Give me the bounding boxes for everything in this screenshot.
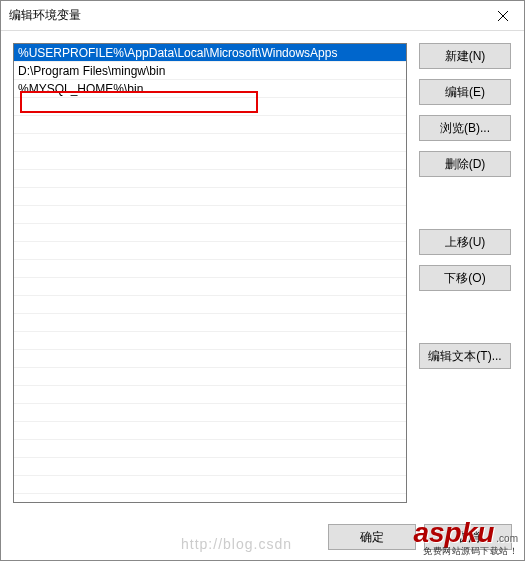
edit-button[interactable]: 编辑(E) [419,79,511,105]
list-item[interactable] [14,260,406,278]
list-item[interactable] [14,350,406,368]
list-item[interactable] [14,98,406,116]
dialog-buttons: 确定 取消 [328,524,512,550]
close-icon [498,11,508,21]
browse-button[interactable]: 浏览(B)... [419,115,511,141]
list-item[interactable] [14,116,406,134]
list-item[interactable] [14,440,406,458]
dialog-window: 编辑环境变量 %USERPROFILE%\AppData\Local\Micro… [0,0,525,561]
list-item[interactable]: D:\Program Files\mingw\bin [14,62,406,80]
list-item[interactable] [14,242,406,260]
move-down-button[interactable]: 下移(O) [419,265,511,291]
list-item[interactable] [14,458,406,476]
list-item[interactable] [14,188,406,206]
client-area: %USERPROFILE%\AppData\Local\Microsoft\Wi… [1,31,524,560]
list-item[interactable] [14,332,406,350]
list-item[interactable] [14,206,406,224]
list-item[interactable] [14,296,406,314]
list-item[interactable] [14,224,406,242]
list-item[interactable]: %USERPROFILE%\AppData\Local\Microsoft\Wi… [14,44,406,62]
delete-button[interactable]: 删除(D) [419,151,511,177]
list-item[interactable] [14,404,406,422]
path-list[interactable]: %USERPROFILE%\AppData\Local\Microsoft\Wi… [13,43,407,503]
list-item[interactable] [14,152,406,170]
cancel-button[interactable]: 取消 [424,524,512,550]
list-item[interactable] [14,476,406,494]
list-item[interactable] [14,170,406,188]
list-item[interactable] [14,314,406,332]
edit-text-button[interactable]: 编辑文本(T)... [419,343,511,369]
list-item[interactable] [14,278,406,296]
new-button[interactable]: 新建(N) [419,43,511,69]
titlebar: 编辑环境变量 [1,1,524,31]
close-button[interactable] [482,2,524,30]
button-column: 新建(N) 编辑(E) 浏览(B)... 删除(D) 上移(U) 下移(O) 编… [419,43,511,548]
dialog-title: 编辑环境变量 [9,7,81,24]
list-item[interactable] [14,386,406,404]
list-item[interactable] [14,422,406,440]
list-item[interactable]: %MYSQL_HOME%\bin [14,80,406,98]
ok-button[interactable]: 确定 [328,524,416,550]
list-item[interactable] [14,368,406,386]
list-item[interactable] [14,134,406,152]
move-up-button[interactable]: 上移(U) [419,229,511,255]
